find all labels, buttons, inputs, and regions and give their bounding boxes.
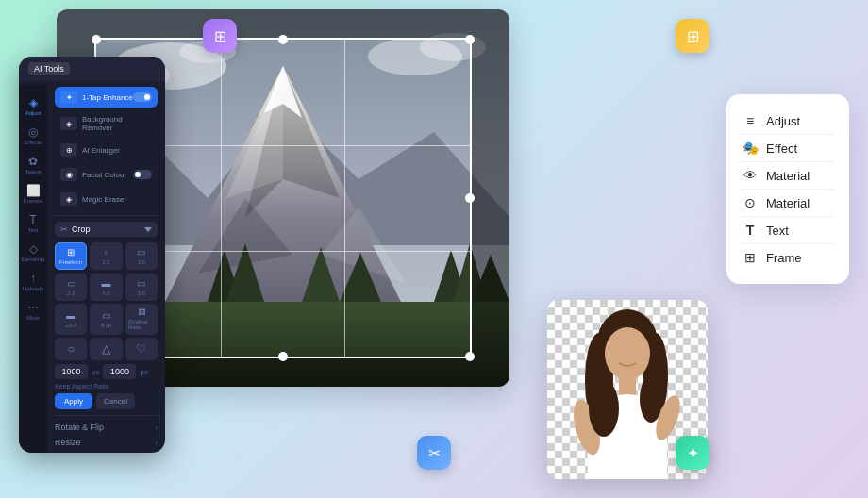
frame-rp-label: Frame [766, 251, 802, 265]
size-8-16-icon: ▭ [102, 310, 110, 321]
size-1-1[interactable]: ▫ 1:1 [90, 242, 122, 270]
rotate-flip-label: Rotate & Flip [55, 423, 104, 432]
crop-handle-tl[interactable] [92, 35, 101, 44]
rp-text[interactable]: T Text [742, 217, 834, 244]
tool-bg-remover[interactable]: ◈ Background Remover [55, 111, 158, 136]
sidebar-item-uploads[interactable]: ↑ Uploads [19, 268, 47, 295]
crop-handle-br[interactable] [465, 352, 475, 361]
crop-handle-bottom[interactable] [278, 352, 288, 361]
width-input[interactable]: 1000 [55, 364, 88, 379]
size-4-3-icon: ▬ [101, 278, 110, 289]
svg-point-34 [589, 380, 619, 437]
more-icon: ⋯ [27, 301, 39, 314]
shape-circle[interactable]: ○ [55, 338, 87, 360]
material2-rp-label: Material [766, 196, 810, 210]
effects-label: Effects [25, 140, 42, 145]
size-original-label: Original Ratio [128, 319, 155, 330]
size-4-3[interactable]: ▬ 4:3 [90, 274, 122, 301]
tool-facial-colour[interactable]: ◉ Facial Colour [55, 164, 158, 185]
size-row3: ▬ 16:9 ▭ 8:16 🖼 Original Ratio [55, 304, 158, 335]
bg-remover-icon: ◈ [60, 117, 77, 130]
enhance-label: 1-Tap Enhance [82, 93, 133, 102]
badge-yellow[interactable]: ⊞ [676, 19, 709, 53]
freeform-icon: ⊞ [67, 247, 75, 257]
right-panel: ≡ Adjust 🎭 Effect 👁 Material ⊙ Material … [726, 94, 849, 284]
size-16-9[interactable]: ▬ 16:9 [55, 304, 87, 335]
size-3-5-icon: ▭ [137, 247, 145, 257]
height-input[interactable]: 1000 [103, 364, 136, 379]
portrait-figure [566, 305, 689, 479]
facial-toggle[interactable] [133, 170, 152, 179]
rp-material-1[interactable]: 👁 Material [742, 162, 834, 190]
crop-dd-arrow [144, 227, 152, 232]
rotate-chevron: › [155, 423, 158, 432]
crop-dim-top [57, 9, 509, 38]
shape-heart[interactable]: ♡ [125, 338, 158, 360]
size-4-3-label: 4:3 [102, 290, 109, 296]
size-16-9-icon: ▬ [66, 310, 75, 321]
size-1-1-label: 1:1 [102, 259, 109, 265]
size-16-9-label: 16:9 [65, 323, 76, 328]
sidebar-item-beauty[interactable]: ✿ Beauty [19, 151, 47, 178]
resize-row[interactable]: Resize › [55, 435, 158, 450]
size-original[interactable]: 🖼 Original Ratio [125, 304, 158, 335]
text-label: Text [27, 227, 38, 233]
uploads-label: Uploads [23, 286, 43, 291]
cancel-button[interactable]: Cancel [96, 393, 135, 409]
size-2-3-icon: ▭ [67, 278, 75, 289]
uploads-icon: ↑ [30, 272, 36, 285]
sidebar-item-frames[interactable]: ⬜ Frames [19, 180, 47, 208]
tool-1tap-enhance[interactable]: ✦ 1-Tap Enhance [55, 87, 158, 108]
rp-adjust[interactable]: ≡ Adjust [742, 108, 834, 135]
size-8-16[interactable]: ▭ 8:16 [90, 304, 122, 335]
rp-material-2[interactable]: ⊙ Material [742, 190, 834, 217]
tool-magic-eraser[interactable]: ◈ Magic Eraser [55, 189, 158, 209]
tab-ai-tools[interactable]: AI Tools [28, 62, 70, 75]
elements-label: Elements [21, 257, 44, 262]
sidebar-item-effects[interactable]: ◎ Effects [19, 122, 47, 149]
sidebar-item-adjust[interactable]: ◈ Adjust [19, 92, 47, 120]
rp-frame[interactable]: ⊞ Frame [742, 244, 834, 271]
divider [55, 215, 158, 216]
sidebar-item-text[interactable]: T Text [19, 209, 47, 237]
tool-ai-enlarger[interactable]: ⊕ AI Enlarger [55, 140, 158, 160]
text-icon: T [29, 213, 36, 226]
size-original-icon: 🖼 [138, 308, 145, 317]
height-unit: px [140, 368, 147, 376]
keep-ratio-label: Keep Aspect Ratio [55, 383, 158, 390]
shape-row: ○ △ ♡ [55, 338, 158, 360]
freeform-label: Freeform [59, 259, 82, 265]
rotate-flip-row[interactable]: Rotate & Flip › [55, 420, 158, 435]
ai-enlarger-icon: ⊕ [60, 143, 77, 157]
material2-rp-icon: ⊙ [742, 195, 759, 210]
apply-button[interactable]: Apply [55, 393, 92, 409]
size-3-5-label: 3:5 [138, 259, 145, 265]
size-5-8-icon: ▭ [137, 278, 145, 289]
size-5-8[interactable]: ▭ 5:8 [125, 274, 158, 301]
crop-handle-tr[interactable] [465, 35, 475, 44]
effect-rp-label: Effect [766, 141, 797, 156]
magic-eraser-icon: ◈ [60, 192, 77, 206]
crop-dropdown[interactable]: ✂ Crop [55, 222, 158, 237]
size-3-5[interactable]: ▭ 3:5 [125, 242, 158, 270]
crop-handle-right[interactable] [465, 193, 475, 203]
sidebar-item-more[interactable]: ⋯ More [19, 297, 47, 324]
badge-scissors[interactable]: ✂ [417, 436, 451, 470]
rp-effect[interactable]: 🎭 Effect [742, 135, 834, 162]
text-rp-label: Text [766, 224, 789, 238]
facial-colour-label: Facial Colour [82, 171, 133, 179]
badge-teal[interactable]: ✦ [676, 436, 709, 470]
size-freeform[interactable]: ⊞ Freeform [55, 242, 87, 270]
elements-icon: ◇ [29, 242, 38, 256]
more-label: More [26, 315, 40, 321]
material1-rp-label: Material [766, 169, 810, 183]
size-2-3[interactable]: ▭ 2:3 [55, 274, 87, 301]
badge-purple[interactable]: ⊞ [203, 19, 237, 53]
enhance-toggle[interactable] [133, 92, 152, 102]
width-unit: px [92, 368, 99, 376]
crop-handle-top[interactable] [278, 35, 288, 44]
sidebar-item-elements[interactable]: ◇ Elements [19, 239, 47, 266]
shape-triangle[interactable]: △ [90, 338, 122, 360]
size-row2: ▭ 2:3 ▬ 4:3 ▭ 5:8 [55, 274, 158, 301]
adjust-icon: ◈ [29, 96, 38, 109]
